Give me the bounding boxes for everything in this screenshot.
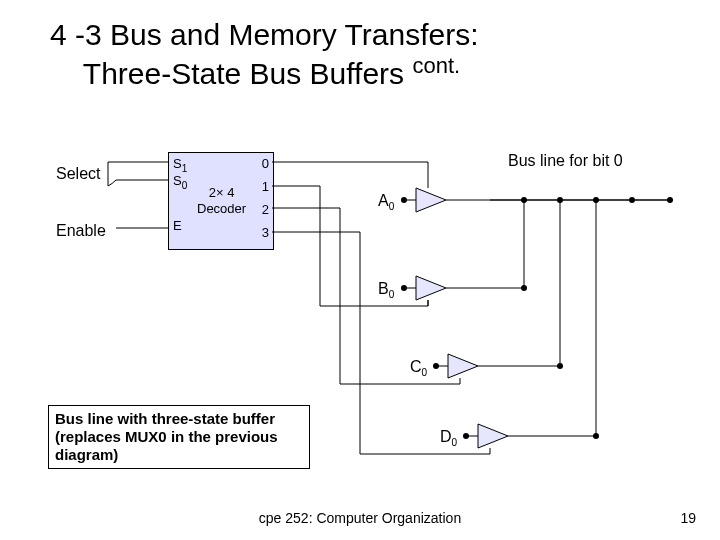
decoder-output-0: 0	[262, 156, 269, 171]
decoder-box: S1 S0 E 2× 4 Decoder 0 1 2 3	[168, 152, 274, 250]
buffer-a-icon	[416, 188, 446, 212]
title-superscript: cont.	[412, 53, 460, 78]
svg-point-6	[401, 197, 407, 203]
d0-label: D0	[440, 428, 457, 448]
svg-point-16	[463, 433, 469, 439]
svg-point-13	[433, 363, 439, 369]
decoder-label: 2× 4 Decoder	[197, 185, 246, 216]
decoder-output-1: 1	[262, 179, 269, 194]
a0-label: A0	[378, 192, 394, 212]
page-number: 19	[680, 510, 696, 526]
buffer-d-icon	[478, 424, 508, 448]
caption-box: Bus line with three-state buffer (replac…	[48, 405, 310, 469]
svg-point-27	[667, 197, 673, 203]
bus-line-label: Bus line for bit 0	[508, 152, 623, 170]
decoder-input-e: E	[173, 218, 182, 233]
svg-point-30	[593, 433, 599, 439]
svg-point-20	[521, 197, 527, 203]
svg-point-26	[629, 197, 635, 203]
slide-title: 4 -3 Bus and Memory Transfers: Three-Sta…	[50, 18, 700, 91]
select-label: Select	[56, 165, 100, 183]
slide: 4 -3 Bus and Memory Transfers: Three-Sta…	[0, 0, 720, 540]
title-line-2: Three-State Bus Buffers	[83, 57, 413, 90]
svg-point-24	[593, 197, 599, 203]
decoder-output-2: 2	[262, 202, 269, 217]
decoder-input-s0: S0	[173, 173, 187, 191]
svg-point-29	[557, 363, 563, 369]
b0-label: B0	[378, 280, 394, 300]
title-line-1: 4 -3 Bus and Memory Transfers:	[50, 18, 479, 51]
enable-label: Enable	[56, 222, 106, 240]
decoder-input-s1: S1	[173, 156, 187, 174]
buffer-b-icon	[416, 276, 446, 300]
buffer-c-icon	[448, 354, 478, 378]
c0-label: C0	[410, 358, 427, 378]
svg-point-28	[521, 285, 527, 291]
footer-text: cpe 252: Computer Organization	[0, 510, 720, 526]
svg-point-22	[557, 197, 563, 203]
svg-point-9	[401, 285, 407, 291]
decoder-output-3: 3	[262, 225, 269, 240]
